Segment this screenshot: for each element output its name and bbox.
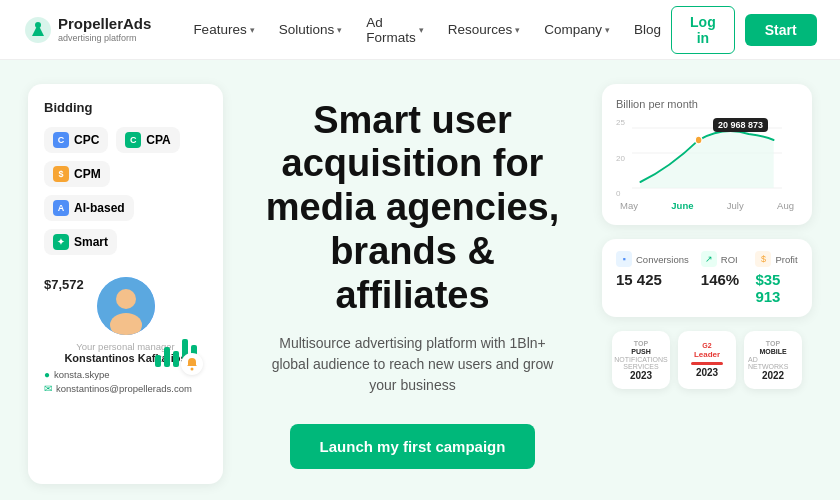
nav-item-blog[interactable]: Blog xyxy=(624,16,671,43)
nav-item-company[interactable]: Company ▾ xyxy=(534,16,620,43)
chevron-down-icon: ▾ xyxy=(337,25,342,35)
bar1 xyxy=(155,355,161,367)
cpc-icon: C xyxy=(53,132,69,148)
bidding-chips-row2: A AI-based ✦ Smart xyxy=(44,195,207,255)
avatar-image xyxy=(97,277,155,335)
x-label-june: June xyxy=(671,200,693,211)
bell-icon xyxy=(185,357,199,371)
conversions-label: Conversions xyxy=(636,254,689,265)
left-card: Bidding C CPC C CPA $ CPM A AI-based ✦ S… xyxy=(28,84,223,484)
email-icon: ✉ xyxy=(44,383,52,394)
logo-icon xyxy=(24,16,52,44)
svg-point-10 xyxy=(695,136,702,144)
stats-card: ▪ Conversions 15 425 ↗ ROI 146% $ Profit… xyxy=(602,239,812,317)
main-content: Bidding C CPC C CPA $ CPM A AI-based ✦ S… xyxy=(0,60,840,500)
money-value: $7,572 xyxy=(44,277,84,292)
bar3 xyxy=(173,351,179,367)
chip-smart: ✦ Smart xyxy=(44,229,117,255)
x-label-may: May xyxy=(620,200,638,211)
chip-cpm: $ CPM xyxy=(44,161,110,187)
nav-item-adformats[interactable]: Ad Formats ▾ xyxy=(356,9,434,51)
avatar xyxy=(97,277,155,335)
campaign-button[interactable]: Launch my first campaign xyxy=(290,424,536,469)
nav-item-resources[interactable]: Resources ▾ xyxy=(438,16,531,43)
start-button[interactable]: Start xyxy=(745,14,817,46)
svg-point-2 xyxy=(35,22,41,28)
badges-row: TOP PUSH NOTIFICATIONS SERVICES 2023 G2 … xyxy=(602,331,812,389)
roi-label: ROI xyxy=(721,254,738,265)
logo-name: PropellerAds xyxy=(58,16,151,33)
badge-mobile: TOP MOBILE AD NETWORKS 2022 xyxy=(744,331,802,389)
x-label-aug: Aug xyxy=(777,200,794,211)
bidding-chips-row1: C CPC C CPA $ CPM xyxy=(44,127,207,187)
notification-icon xyxy=(181,353,203,375)
badge-g2: G2 Leader 2023 xyxy=(678,331,736,389)
chip-cpa: C CPA xyxy=(116,127,179,153)
svg-point-6 xyxy=(191,368,194,371)
skype-icon: ● xyxy=(44,369,50,380)
chart-card: Billion per month 25 20 0 xyxy=(602,84,812,225)
chip-cpc: C CPC xyxy=(44,127,108,153)
chevron-down-icon: ▾ xyxy=(250,25,255,35)
roi-icon: ↗ xyxy=(701,251,717,267)
nav-links: Features ▾ Solutions ▾ Ad Formats ▾ Reso… xyxy=(183,9,671,51)
profit-value: $35 913 xyxy=(755,271,798,305)
chevron-down-icon: ▾ xyxy=(605,25,610,35)
badge-push: TOP PUSH NOTIFICATIONS SERVICES 2023 xyxy=(612,331,670,389)
bidding-title: Bidding xyxy=(44,100,207,115)
chip-ai: A AI-based xyxy=(44,195,134,221)
stat-profit: $ Profit $35 913 xyxy=(755,251,798,305)
bar2 xyxy=(164,347,170,367)
nav-actions: Log in Start xyxy=(671,6,817,54)
y-axis-labels: 25 20 0 xyxy=(616,118,625,198)
email-contact: ✉ konstantinos@propellerads.com xyxy=(44,383,207,394)
stat-conversions: ▪ Conversions 15 425 xyxy=(616,251,689,305)
chart-x-axis: May June July Aug xyxy=(616,200,798,211)
logo-sub: advertising platform xyxy=(58,33,151,43)
chart-area: 25 20 0 20 968 873 xyxy=(616,118,798,198)
logo[interactable]: PropellerAds advertising platform xyxy=(24,16,151,44)
cpa-icon: C xyxy=(125,132,141,148)
cpm-icon: $ xyxy=(53,166,69,182)
manager-section: $7,572 xyxy=(44,277,207,407)
hero-subtitle: Multisource advertising platform with 1B… xyxy=(263,333,562,396)
stat-roi: ↗ ROI 146% xyxy=(701,251,744,305)
x-label-july: July xyxy=(727,200,744,211)
right-panel: Billion per month 25 20 0 xyxy=(602,84,812,484)
chart-tooltip: 20 968 873 xyxy=(713,118,768,132)
roi-value: 146% xyxy=(701,271,744,288)
profit-icon: $ xyxy=(755,251,771,267)
hero-title: Smart user acquisition for media agencie… xyxy=(263,99,562,317)
profit-label: Profit xyxy=(775,254,797,265)
chevron-down-icon: ▾ xyxy=(419,25,424,35)
smart-icon: ✦ xyxy=(53,234,69,250)
login-button[interactable]: Log in xyxy=(671,6,735,54)
navbar: PropellerAds advertising platform Featur… xyxy=(0,0,840,60)
nav-item-solutions[interactable]: Solutions ▾ xyxy=(269,16,353,43)
nav-item-features[interactable]: Features ▾ xyxy=(183,16,264,43)
chart-label: Billion per month xyxy=(616,98,798,110)
svg-point-4 xyxy=(116,289,136,309)
hero-section: Smart user acquisition for media agencie… xyxy=(243,84,582,484)
ai-icon: A xyxy=(53,200,69,216)
chevron-down-icon: ▾ xyxy=(515,25,520,35)
conversions-value: 15 425 xyxy=(616,271,689,288)
conversions-icon: ▪ xyxy=(616,251,632,267)
